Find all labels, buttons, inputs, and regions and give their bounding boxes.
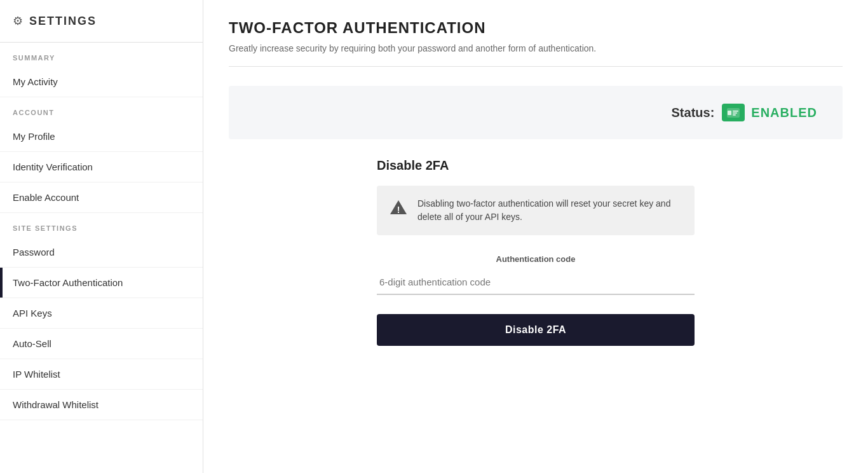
disable-title: Disable 2FA <box>377 158 695 173</box>
sidebar-title: SETTINGS <box>29 15 97 28</box>
sidebar-item-two-factor-auth[interactable]: Two-Factor Authentication <box>0 268 203 298</box>
sidebar-header: ⚙ SETTINGS <box>0 0 203 43</box>
sidebar-section-account: ACCOUNTMy ProfileIdentity VerificationEn… <box>0 97 203 213</box>
sidebar-item-password[interactable]: Password <box>0 237 203 268</box>
sidebar-item-my-activity[interactable]: My Activity <box>0 67 203 97</box>
gear-icon: ⚙ <box>13 14 23 28</box>
auth-code-input[interactable] <box>377 270 695 295</box>
sidebar-item-my-profile[interactable]: My Profile <box>0 121 203 152</box>
main-content: TWO-FACTOR AUTHENTICATION Greatly increa… <box>203 0 868 473</box>
warning-box: ! Disabling two-factor authentication wi… <box>377 186 695 235</box>
sidebar-item-enable-account[interactable]: Enable Account <box>0 182 203 213</box>
svg-rect-3 <box>733 113 737 114</box>
sidebar: ⚙ SETTINGS SUMMARYMy ActivityACCOUNTMy P… <box>0 0 203 473</box>
disable-2fa-section: Disable 2FA ! Disabling two-factor authe… <box>377 158 695 346</box>
warning-text: Disabling two-factor authentication will… <box>417 197 682 224</box>
sidebar-item-api-keys[interactable]: API Keys <box>0 298 203 329</box>
svg-text:!: ! <box>397 205 400 215</box>
svg-rect-1 <box>728 111 731 115</box>
sidebar-item-withdrawal-whitelist[interactable]: Withdrawal Whitelist <box>0 390 203 420</box>
status-icon <box>722 104 745 121</box>
status-value: ENABLED <box>751 106 817 120</box>
sidebar-section-summary: SUMMARYMy Activity <box>0 43 203 97</box>
page-subtitle: Greatly increase security by requiring b… <box>229 43 843 53</box>
sidebar-item-auto-sell[interactable]: Auto-Sell <box>0 329 203 359</box>
header-divider <box>229 66 843 67</box>
auth-code-label: Authentication code <box>377 254 695 264</box>
status-label: Status: <box>672 106 715 120</box>
disable-2fa-button[interactable]: Disable 2FA <box>377 314 695 346</box>
status-bar: Status: ENABLED <box>229 86 843 139</box>
auth-code-section: Authentication code <box>377 254 695 295</box>
sidebar-section-label: SITE SETTINGS <box>0 213 203 237</box>
warning-icon: ! <box>390 198 407 220</box>
svg-rect-4 <box>733 114 736 116</box>
page-title: TWO-FACTOR AUTHENTICATION <box>229 19 843 37</box>
sidebar-item-identity-verification[interactable]: Identity Verification <box>0 152 203 182</box>
sidebar-section-site-settings: SITE SETTINGSPasswordTwo-Factor Authenti… <box>0 213 203 420</box>
svg-rect-2 <box>733 111 738 112</box>
sidebar-item-ip-whitelist[interactable]: IP Whitelist <box>0 359 203 390</box>
sidebar-section-label: ACCOUNT <box>0 97 203 121</box>
sidebar-section-label: SUMMARY <box>0 43 203 67</box>
